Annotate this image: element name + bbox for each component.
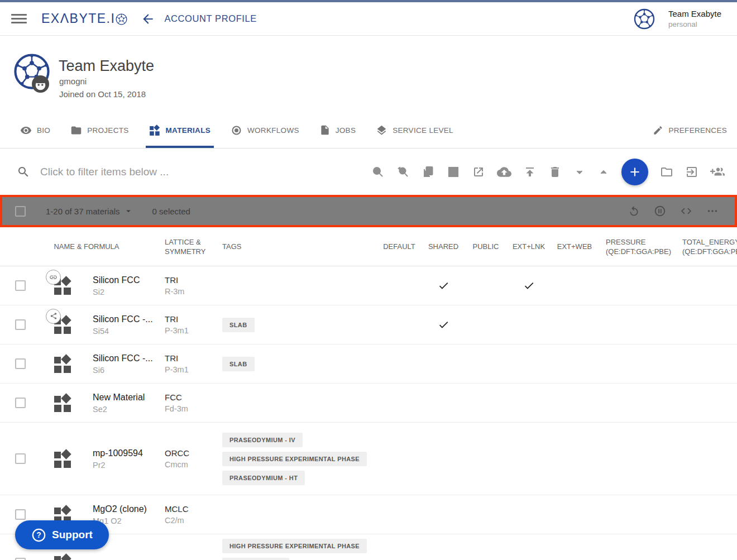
public-cell — [465, 534, 506, 560]
ext-web-cell — [551, 266, 598, 305]
link-badge-icon — [49, 273, 58, 281]
select-all-checkbox[interactable] — [15, 206, 26, 217]
ext-web-cell — [551, 534, 598, 560]
search-icon[interactable] — [371, 165, 385, 179]
tab-bio[interactable]: BIO — [17, 114, 54, 148]
tab-jobs[interactable]: JOBS — [316, 114, 359, 148]
ext-lnk-cell — [506, 423, 551, 495]
table-row[interactable]: Silicon FCC -...Si54TRIP-3m1SLAB — [0, 305, 737, 344]
tag-chip: PRASEODYMIUM - HT — [222, 471, 305, 485]
symmetry-group: Fd-3m — [165, 404, 188, 413]
more-icon[interactable] — [706, 205, 719, 217]
row-checkbox[interactable] — [15, 358, 26, 369]
search-again-icon[interactable] — [396, 165, 410, 179]
lattice-type: TRI — [165, 353, 178, 363]
name-formula-cell: Silicon FCC -...Si54 — [84, 305, 162, 344]
row-checkbox[interactable] — [15, 453, 26, 464]
row-checkbox[interactable] — [15, 398, 26, 408]
tab-service-level[interactable]: SERVICE LEVEL — [372, 114, 457, 148]
back-arrow-icon[interactable] — [141, 12, 155, 26]
row-checkbox[interactable] — [15, 280, 26, 291]
column-public[interactable]: PUBLIC — [465, 242, 506, 251]
tab-label: WORKFLOWS — [247, 126, 299, 135]
menu-icon[interactable] — [11, 12, 27, 26]
tab-projects[interactable]: PROJECTS — [67, 114, 132, 148]
add-material-fab[interactable] — [621, 159, 648, 185]
tags-cell: SLAB — [221, 344, 377, 383]
import-icon[interactable] — [685, 165, 698, 179]
chevron-down-icon[interactable] — [573, 166, 586, 178]
column-default[interactable]: DEFAULT — [377, 242, 422, 251]
material-icon-cell — [34, 305, 84, 344]
row-checkbox[interactable] — [15, 509, 26, 520]
name-formula-cell: mp-1009594Pr2 — [84, 423, 162, 495]
pagination-dropdown[interactable]: 1-20 of 37 materials — [46, 206, 133, 216]
pagination-label: 1-20 of 37 materials — [46, 207, 120, 216]
material-icon — [53, 315, 73, 335]
column-pressure[interactable]: PRESSURE (QE:DFT:GGA:PBE) — [598, 237, 676, 256]
upload-icon[interactable] — [523, 165, 537, 179]
ext-lnk-cell — [506, 384, 551, 422]
column-ext-web[interactable]: EXT+WEB — [551, 242, 598, 251]
lattice-symmetry-cell: TRIR-3m — [162, 266, 221, 305]
folder-icon — [70, 125, 82, 136]
row-select-cell — [0, 423, 34, 495]
tab-workflows[interactable]: WORKFLOWS — [227, 114, 303, 148]
row-checkbox[interactable] — [15, 558, 26, 560]
row-checkbox[interactable] — [15, 319, 26, 330]
material-formula: Si54 — [93, 327, 109, 336]
ext-lnk-cell — [506, 344, 551, 383]
support-button[interactable]: ? Support — [15, 520, 109, 549]
column-tags[interactable]: TAGS — [221, 242, 377, 251]
total-energy-cell — [676, 534, 737, 560]
ext-lnk-cell — [506, 534, 551, 560]
tags-cell: HIGH PRESSURE EXPERIMENTAL PHASE — [221, 534, 377, 560]
code-icon[interactable] — [680, 205, 692, 217]
filter-input[interactable]: Click to filter items below ... — [40, 166, 169, 178]
table-row[interactable]: Silicon FCCSi2TRIR-3m — [0, 266, 737, 305]
ext-web-cell — [551, 344, 598, 383]
public-cell — [465, 266, 506, 305]
table-row[interactable]: HIGH PRESSURE EXPERIMENTAL PHASE — [0, 534, 737, 560]
tab-label: PREFERENCES — [668, 126, 727, 135]
column-ext-lnk[interactable]: EXT+LNK — [506, 242, 551, 251]
exabyte-logo[interactable]: EXΛBYTE.I — [41, 11, 127, 26]
robot-face-badge-icon — [32, 75, 49, 93]
workflow-icon — [231, 125, 242, 136]
column-total-energy[interactable]: TOTAL_ENERGY (QE:DFT:GGA:PBE) — [676, 237, 737, 256]
shared-cell — [422, 534, 465, 560]
tab-label: BIO — [37, 126, 50, 135]
column-name-formula[interactable]: NAME & FORMULA — [34, 242, 162, 251]
tab-preferences[interactable]: PREFERENCES — [649, 114, 730, 148]
pressure-cell — [598, 423, 676, 495]
account-switcher[interactable]: Team Exabyte personal — [634, 8, 737, 30]
column-shared[interactable]: SHARED — [422, 242, 465, 251]
cloud-upload-icon[interactable] — [497, 165, 511, 179]
grid-icon[interactable] — [447, 165, 460, 179]
copy-icon[interactable] — [422, 165, 435, 179]
pause-icon[interactable] — [654, 205, 666, 217]
open-in-new-icon[interactable] — [472, 165, 485, 179]
table-row[interactable]: MgO2 (clone)Mg1 O2MCLCC2/m — [0, 495, 737, 534]
tab-materials[interactable]: MATERIALS — [146, 114, 214, 148]
materials-toolbar — [371, 159, 737, 185]
delete-icon[interactable] — [548, 165, 562, 179]
tab-label: PROJECTS — [87, 126, 128, 135]
total-energy-cell — [676, 305, 737, 344]
add-users-icon[interactable] — [710, 165, 725, 179]
table-row[interactable]: New MaterialSe2FCCFd-3m — [0, 384, 737, 423]
table-row[interactable]: Silicon FCC -...Si6TRIP-3m1SLAB — [0, 344, 737, 384]
refresh-icon[interactable] — [628, 205, 640, 217]
folder-icon[interactable] — [660, 165, 673, 179]
public-cell — [465, 423, 506, 495]
symmetry-group: R-3m — [165, 287, 184, 296]
table-row[interactable]: mp-1009594Pr2ORCCCmcmPRASEODYMIUM - IVHI… — [0, 423, 737, 495]
profile-avatar — [13, 53, 50, 90]
row-select-cell — [0, 344, 34, 383]
material-name: New Material — [93, 393, 145, 403]
name-formula-cell: Silicon FCC -...Si6 — [84, 344, 162, 383]
column-lattice-symmetry[interactable]: LATTICE & SYMMETRY — [162, 237, 212, 256]
tag-chip: HIGH PRESSURE EXPERIMENTAL PHASE — [222, 539, 367, 553]
chevron-up-icon[interactable] — [597, 166, 610, 178]
pressure-cell — [598, 344, 676, 383]
